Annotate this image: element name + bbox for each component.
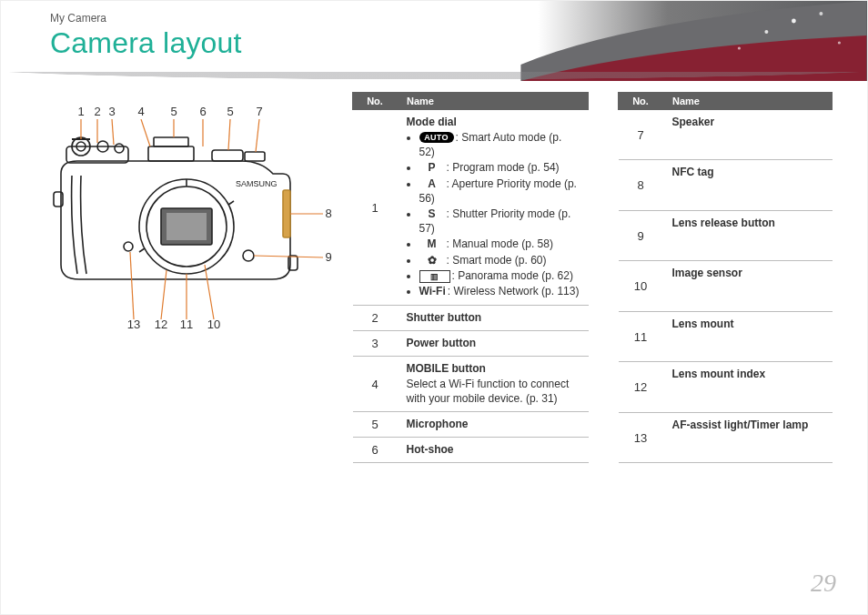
table-row: 7Speaker (619, 110, 833, 160)
row-no: 12 (619, 362, 663, 412)
table-row: 8NFC tag (619, 160, 833, 210)
mode-item: S: Shutter Priority mode (p. 57) (419, 207, 580, 236)
row-no: 8 (619, 160, 663, 210)
row-no: 3 (353, 331, 398, 357)
svg-rect-21 (283, 190, 290, 237)
row-name: AF-assist light/Timer lamp (663, 412, 833, 463)
callout-top-4: 4 (133, 105, 149, 118)
row-name: Speaker (663, 110, 833, 160)
row-title: Microphone (407, 418, 580, 430)
svg-line-34 (205, 265, 214, 319)
mode-label: : Program mode (p. 54) (447, 161, 560, 174)
program-icon: P (419, 160, 445, 175)
row-title: Image sensor (672, 267, 823, 279)
row-title: Lens mount index (672, 368, 823, 380)
row-name: Mode dialAUTO: Smart Auto mode (p. 52)P:… (398, 110, 589, 306)
parts-table-1: No. Name 1Mode dialAUTO: Smart Auto mode… (352, 92, 589, 463)
svg-line-31 (256, 119, 259, 152)
page-title: Camera layout (50, 26, 242, 60)
aperture-icon: A (419, 176, 445, 191)
row-no: 4 (353, 357, 398, 412)
row-name: Image sensor (663, 261, 833, 311)
row-no: 13 (619, 412, 663, 463)
row-title: Lens mount (672, 318, 823, 330)
row-name: Microphone (398, 412, 589, 438)
row-title: Shutter button (407, 311, 580, 324)
row-no: 5 (353, 412, 398, 438)
auto-icon: AUTO (419, 132, 454, 143)
row-name: NFC tag (663, 160, 833, 210)
panorama-icon: ▥ (419, 270, 450, 283)
mode-item: ✿: Smart mode (p. 60) (419, 253, 580, 267)
table-row: 1Mode dialAUTO: Smart Auto mode (p. 52)P… (353, 110, 589, 306)
th-no: No. (353, 93, 398, 110)
row-name: MOBILE buttonSelect a Wi-Fi function to … (398, 357, 589, 412)
page: My Camera Camera layout (0, 0, 868, 615)
callout-bottom-13: 13 (126, 318, 142, 331)
row-title: Power button (407, 337, 580, 349)
row-title: Lens release button (672, 217, 823, 229)
smart-icon: ✿ (419, 253, 445, 267)
row-title: AF-assist light/Timer lamp (672, 418, 823, 431)
svg-point-20 (124, 242, 133, 251)
svg-line-36 (161, 270, 167, 319)
callout-top-5a: 5 (166, 105, 182, 118)
callout-top-7: 7 (251, 105, 267, 118)
content: SAMSUNG (50, 92, 838, 463)
mode-label: : Manual mode (p. 58) (447, 237, 553, 250)
svg-rect-11 (154, 137, 188, 146)
row-name: Lens mount index (663, 362, 833, 412)
callout-top-5b: 5 (222, 105, 238, 118)
mode-list: AUTO: Smart Auto mode (p. 52)P: Program … (407, 130, 580, 298)
camera-diagram: SAMSUNG (50, 92, 323, 328)
callout-top-3: 3 (104, 105, 120, 118)
row-name: Lens mount (663, 311, 833, 361)
svg-point-19 (243, 250, 254, 261)
th-name: Name (398, 93, 589, 110)
parts-table-2: No. Name 7Speaker8NFC tag9Lens release b… (618, 92, 833, 463)
mode-item: ▥: Panorama mode (p. 62) (419, 268, 580, 283)
table-row: 4MOBILE buttonSelect a Wi-Fi function to… (353, 357, 589, 412)
row-no: 11 (619, 311, 663, 361)
row-title: NFC tag (672, 166, 823, 178)
row-subtext: Select a Wi-Fi function to connect with … (407, 377, 580, 406)
header-shadow (1, 72, 867, 90)
table-row: 11Lens mount (619, 311, 833, 361)
callout-top-1: 1 (73, 105, 89, 118)
mode-item: Wi-Fi: Wireless Network (p. 113) (419, 284, 580, 298)
table-row: 9Lens release button (619, 210, 833, 260)
manual-icon: M (419, 237, 445, 251)
row-name: Power button (398, 331, 589, 357)
row-name: Lens release button (663, 210, 833, 260)
row-title: Speaker (672, 116, 823, 128)
row-no: 10 (619, 261, 663, 311)
svg-line-30 (228, 119, 230, 150)
chapter-label: My Camera (50, 12, 106, 25)
svg-line-27 (141, 119, 150, 146)
callout-bottom-12: 12 (153, 318, 169, 331)
mode-item: P: Program mode (p. 54) (419, 160, 580, 175)
th-name: Name (663, 93, 833, 110)
row-no: 2 (353, 306, 398, 331)
mode-item: M: Manual mode (p. 58) (419, 237, 580, 251)
row-title: Hot-shoe (407, 443, 580, 456)
row-no: 6 (353, 438, 398, 463)
row-name: Shutter button (398, 306, 589, 331)
row-no: 1 (353, 110, 398, 306)
tables: No. Name 1Mode dialAUTO: Smart Auto mode… (352, 92, 838, 463)
row-no: 9 (619, 210, 663, 260)
svg-rect-12 (212, 150, 243, 161)
callout-bottom-10: 10 (206, 318, 222, 331)
table-row: 2Shutter button (353, 306, 589, 331)
callout-right-8: 8 (320, 207, 337, 220)
table-row: 5Microphone (353, 412, 589, 438)
table-row: 10Image sensor (619, 261, 833, 311)
camera-illustration-icon: SAMSUNG (50, 119, 323, 319)
wifi-icon: Wi-Fi (419, 284, 446, 298)
table-row: 6Hot-shoe (353, 438, 589, 463)
table-row: 12Lens mount index (619, 362, 833, 412)
svg-line-26 (112, 119, 114, 145)
callout-right-9: 9 (320, 250, 337, 264)
svg-rect-13 (245, 152, 265, 161)
row-title: MOBILE button (407, 362, 580, 375)
